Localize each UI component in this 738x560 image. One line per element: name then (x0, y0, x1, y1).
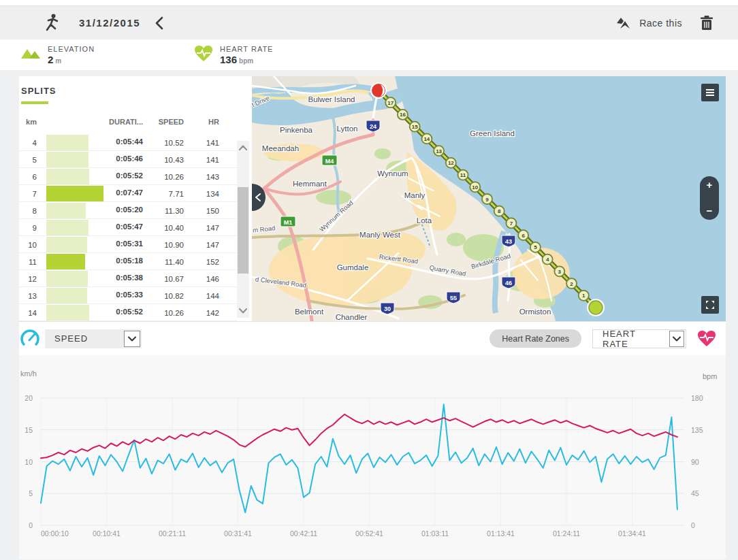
splits-row[interactable]: 120:05:3810.67146 (19, 270, 237, 287)
map-shield: M1 (280, 216, 295, 227)
race-this-icon (615, 15, 632, 31)
previous-session-button[interactable] (154, 16, 165, 30)
split-speed: 10.67 (143, 275, 184, 283)
heart-rate-pink-icon (697, 330, 716, 348)
x-axis-tick-label: 01:24:11 (553, 529, 580, 538)
elevation-unit: m (55, 57, 61, 65)
col-duration[interactable]: DURATI... (37, 118, 143, 133)
svg-text:10: 10 (472, 184, 478, 191)
x-axis-tick-label: 00:00:10 (41, 529, 69, 538)
delete-session-button[interactable] (700, 15, 713, 31)
splits-row[interactable]: 130:05:3310.82144 (19, 287, 237, 304)
map-zoom-in-button[interactable]: + (707, 180, 713, 190)
right-metric-value: HEART RATE (593, 329, 669, 349)
svg-text:M4: M4 (325, 158, 334, 165)
summary-stats: ELEVATION 2m HEART RATE 136bpm (0, 39, 738, 70)
route-km-marker: 9 (482, 194, 492, 204)
time-series-chart[interactable]: 00:00:1000:10:4100:21:1100:31:4100:42:11… (19, 355, 726, 559)
svg-text:5: 5 (534, 244, 537, 250)
split-duration-bar (46, 237, 87, 252)
map-place-label: Belmont (295, 308, 324, 316)
splits-row[interactable]: 100:05:3110.90147 (19, 236, 237, 253)
splits-row[interactable]: 90:05:4710.40147 (19, 219, 237, 236)
map-fullscreen-button[interactable] (701, 296, 719, 314)
svg-text:30: 30 (384, 306, 391, 312)
split-km: 12 (19, 275, 37, 283)
y-right-tick-label: 0 (691, 521, 695, 529)
svg-text:12: 12 (448, 160, 454, 166)
series-speed (41, 404, 677, 512)
scroll-up-button[interactable] (237, 141, 249, 154)
activity-analysis-page: 31/12/2015 Race this (0, 0, 738, 560)
splits-row[interactable]: 110:05:1811.40152 (19, 253, 237, 270)
svg-text:16: 16 (400, 112, 406, 118)
map-shield: M4 (322, 155, 337, 165)
splits-row[interactable]: 80:05:2011.30150 (19, 202, 237, 219)
svg-text:4: 4 (546, 257, 549, 263)
map-place-label: Lota (417, 216, 432, 225)
route-km-marker: 6 (518, 230, 528, 240)
svg-text:M1: M1 (284, 219, 293, 226)
split-duration-bar (46, 186, 103, 201)
map-layers-menu-button[interactable] (701, 84, 719, 101)
split-speed: 10.82 (143, 292, 184, 300)
race-this-button[interactable]: Race this (615, 15, 682, 31)
split-speed: 7.71 (143, 190, 184, 198)
split-duration: 0:05:33 (116, 291, 143, 299)
splits-row[interactable]: 140:05:5210.26142 (19, 304, 237, 321)
right-metric-chevron (669, 331, 684, 347)
svg-text:43: 43 (505, 238, 512, 245)
x-axis-tick-label: 00:21:11 (159, 529, 186, 538)
y-left-tick-label: 10 (25, 458, 33, 466)
splits-scrollbar[interactable] (237, 141, 249, 318)
svg-text:55: 55 (450, 295, 457, 301)
right-metric-select[interactable]: HEART RATE (592, 329, 686, 348)
map-shield: 24 (366, 120, 380, 132)
left-metric-chevron (124, 331, 140, 347)
map-zoom-control: + − (700, 176, 719, 220)
split-duration: 0:07:47 (116, 188, 143, 197)
split-duration: 0:05:46 (116, 154, 143, 163)
heart-rate-icon (194, 45, 213, 63)
route-km-marker: 15 (410, 122, 420, 132)
scroll-down-button[interactable] (237, 304, 249, 318)
svg-text:14: 14 (423, 136, 430, 142)
split-duration: 0:05:44 (116, 137, 143, 146)
left-metric-select[interactable]: SPEED (45, 329, 142, 348)
split-km: 13 (19, 292, 37, 300)
heart-rate-label: HEART RATE (220, 45, 273, 53)
route-km-marker: 10 (470, 182, 480, 192)
split-km: 8 (19, 207, 37, 215)
svg-text:6: 6 (522, 233, 525, 239)
split-duration-bar (46, 305, 89, 320)
splits-row[interactable]: 40:05:4410.52141 (19, 134, 237, 151)
tab-splits[interactable]: SPLITS (21, 86, 57, 96)
x-axis-tick-label: 00:31:41 (224, 529, 252, 538)
map-place-label: Bulwer Island (308, 95, 355, 103)
col-hr[interactable]: HR (184, 118, 219, 133)
svg-text:24: 24 (370, 123, 376, 130)
elevation-value: 2 (48, 54, 53, 65)
map-place-label: Wynnum (377, 169, 408, 178)
splits-row[interactable]: 60:05:5210.26143 (19, 168, 237, 185)
split-hr: 134 (184, 190, 219, 198)
split-hr: 147 (184, 241, 219, 249)
map-zoom-out-button[interactable]: − (707, 206, 713, 216)
y-right-tick-label: 135 (691, 426, 703, 434)
split-speed: 11.30 (143, 207, 184, 215)
route-map[interactable]: Bulwer IslandPinkenbaMeeandahLyttonHemma… (252, 76, 726, 321)
col-speed[interactable]: SPEED (143, 118, 184, 133)
map-place-label: Gumdale (337, 263, 369, 271)
split-km: 4 (19, 139, 37, 147)
splits-row[interactable]: 50:05:4610.43141 (19, 151, 237, 168)
route-km-marker: 2 (566, 278, 577, 289)
speed-gauge-icon (20, 329, 39, 348)
heart-rate-zones-button[interactable]: Heart Rate Zones (490, 329, 581, 348)
scrollbar-thumb[interactable] (238, 187, 248, 274)
split-duration-bar (46, 169, 89, 184)
map-place-label: Meeandah (262, 144, 299, 152)
splits-row[interactable]: 70:07:477.71134 (19, 185, 237, 202)
split-duration-bar (46, 135, 89, 150)
y-right-axis-label: bpm (703, 372, 717, 380)
split-hr: 141 (184, 156, 219, 164)
